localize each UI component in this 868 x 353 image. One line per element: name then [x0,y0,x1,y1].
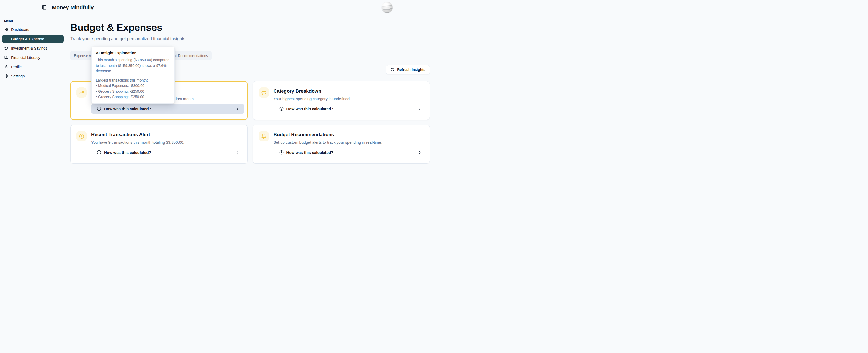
chevron-right-icon [418,151,422,154]
book-open-icon [4,56,8,59]
avatar[interactable] [381,2,393,13]
info-icon [279,150,284,154]
sidebar-item-budget-expense[interactable]: Budget & Expense [2,35,64,43]
ai-insight-tooltip: AI Insight Explanation This month's spen… [91,47,175,104]
card-category-breakdown: Category Breakdown Your highest spending… [253,81,430,120]
chevron-right-icon [236,151,240,154]
panel-left-icon [42,5,47,10]
sidebar-item-dashboard[interactable]: Dashboard [2,26,64,34]
chevron-right-icon [236,107,240,111]
sidebar-item-label: Settings [11,74,25,78]
info-icon [97,107,101,111]
chevron-right-icon [418,107,422,111]
repeat-icon [259,87,269,98]
card-description: Set up custom budget alerts to track you… [274,140,424,145]
refresh-insights-label: Refresh Insights [397,68,426,72]
how-calculated-label: How was this calculated? [286,107,334,111]
refresh-insights-button[interactable]: Refresh Insights [386,65,430,74]
how-calculated-label: How was this calculated? [286,150,334,154]
sidebar-item-profile[interactable]: Profile [2,63,64,71]
info-icon [97,150,101,154]
page-subtitle: Track your spending and get personalized… [70,36,430,42]
main-content: Budget & Expenses Track your spending an… [66,15,434,176]
tooltip-transactions-line: • Grocery Shopping: -$250.00 [96,94,170,100]
how-calculated-button[interactable]: How was this calculated? [91,148,244,157]
refresh-icon [390,68,394,72]
card-budget-recommendations: Budget Recommendations Set up custom bud… [253,125,430,164]
info-icon [279,107,284,111]
sidebar-item-label: Profile [11,65,22,69]
sidebar-item-financial-literacy[interactable]: Financial Literacy [2,54,64,62]
how-calculated-label: How was this calculated? [104,150,151,154]
sidebar-section-label: Menu [4,19,66,23]
sidebar-item-label: Financial Literacy [11,56,40,60]
app-title: Money Mindfully [52,4,94,10]
page-title: Budget & Expenses [70,21,430,34]
sidebar-item-investment-savings[interactable]: Investment & Savings [2,44,64,52]
tooltip-transactions-line: • Grocery Shopping: -$250.00 [96,89,170,95]
sidebar: Menu Dashboard Budget & Expense Investme… [0,15,66,176]
card-recent-transactions-alert: Recent Transactions Alert You have 9 tra… [70,125,248,164]
card-title: Category Breakdown [274,87,424,95]
alert-circle-icon [76,131,87,141]
piggy-bank-icon [4,46,8,50]
card-title: Budget Recommendations [274,131,424,138]
bar-chart-icon [4,37,8,41]
card-description: You have 9 transactions this month total… [91,140,242,145]
bell-icon [259,131,269,141]
how-calculated-button[interactable]: How was this calculated? [274,104,427,113]
tooltip-title: AI Insight Explanation [96,50,170,55]
sidebar-item-settings[interactable]: Settings [2,72,64,80]
tooltip-transactions-line: • Medical Expenses: -$300.00 [96,83,170,89]
how-calculated-button[interactable]: How was this calculated? [91,104,244,113]
sidebar-toggle-button[interactable] [41,4,47,10]
layout-dashboard-icon [4,28,8,32]
gear-icon [4,74,8,78]
tooltip-body-line: to last month ($159,350.00) shows a 97.6… [96,63,170,69]
tooltip-body-line: decrease. [96,68,170,74]
card-description: Your highest spending category is undefi… [274,96,424,101]
sidebar-item-label: Dashboard [11,28,29,32]
sidebar-item-label: Budget & Expense [11,37,44,41]
sidebar-item-label: Investment & Savings [11,46,47,50]
how-calculated-label: How was this calculated? [104,107,151,111]
how-calculated-button[interactable]: How was this calculated? [274,148,427,157]
app-header: Money Mindfully [0,0,434,15]
trending-up-icon [76,87,87,98]
tooltip-body-line: This month's spending ($3,850.00) compar… [96,57,170,63]
card-title: Recent Transactions Alert [91,131,242,138]
tooltip-transactions-line: Largest transactions this month: [96,78,170,83]
user-icon [4,65,8,69]
